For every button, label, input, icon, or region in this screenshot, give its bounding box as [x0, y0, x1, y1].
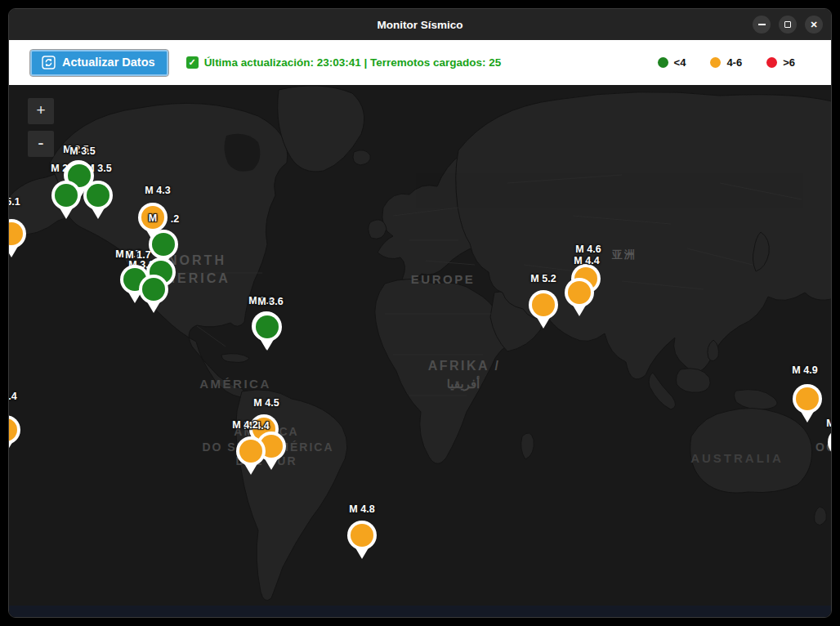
- earthquake-marker[interactable]: [252, 312, 282, 351]
- app-window: Monitor Sísmico ✕ Actualizar Datos ✓ Últ…: [8, 8, 832, 618]
- earthquake-marker[interactable]: [828, 427, 831, 467]
- window-controls: ✕: [753, 9, 823, 40]
- map-region-label: AUSTRALIA: [690, 451, 784, 465]
- magnitude-dot-icon: [239, 440, 262, 463]
- legend-item: <4: [658, 56, 686, 69]
- magnitude-dot-icon: [152, 233, 175, 256]
- minimize-icon: [758, 24, 766, 25]
- map-region-label: أفريقيا: [447, 377, 480, 391]
- magnitude-label-fragment: M: [149, 212, 157, 224]
- magnitude-dot-icon: [532, 293, 555, 316]
- refresh-icon: [42, 56, 56, 69]
- earthquake-marker[interactable]: [236, 436, 266, 476]
- legend-label: <4: [674, 56, 686, 69]
- magnitude-label: M 4.6: [575, 244, 601, 255]
- map-region-label: EUROPE: [411, 272, 475, 286]
- earthquake-marker[interactable]: [529, 290, 558, 329]
- magnitude-dot-icon: [568, 281, 591, 304]
- magnitude-dot-icon: [351, 524, 373, 547]
- status-text: Última actualización: 23:03:41 | Terremo…: [204, 56, 502, 69]
- titlebar: Monitor Sísmico ✕: [9, 9, 831, 40]
- maximize-button[interactable]: [779, 16, 797, 34]
- zoom-in-button[interactable]: +: [28, 98, 54, 124]
- magnitude-dot-icon: [55, 184, 78, 207]
- earthquake-marker[interactable]: [565, 278, 594, 317]
- magnitude-legend: <44-6>6: [658, 56, 795, 69]
- status-bar: ✓ Última actualización: 23:03:41 | Terre…: [186, 56, 502, 69]
- antarctica-band: [9, 606, 831, 617]
- magnitude-dot-icon: [142, 278, 165, 301]
- legend-dot-icon: [658, 57, 668, 68]
- magnitude-label: M 4.9: [792, 364, 817, 376]
- earthquake-marker[interactable]: [9, 415, 20, 454]
- legend-dot-icon: [766, 57, 777, 68]
- window-title: Monitor Sísmico: [377, 19, 462, 31]
- refresh-data-button[interactable]: Actualizar Datos: [30, 50, 168, 76]
- magnitude-label: M 4.4: [574, 255, 599, 266]
- earthquake-marker[interactable]: [83, 181, 113, 220]
- magnitude-dot-icon: [796, 387, 819, 410]
- legend-label: 4-6: [726, 56, 742, 69]
- world-map: [9, 85, 831, 617]
- magnitude-label-fragment: .2: [171, 213, 179, 225]
- zoom-out-button[interactable]: -: [28, 131, 54, 157]
- magnitude-dot-icon: [256, 315, 279, 338]
- magnitude-dot-icon: [87, 184, 109, 207]
- map-canvas[interactable]: + - NORTHAMERICAAMÉRICAEUROPEAFRIKA /أفر…: [9, 85, 831, 617]
- magnitude-label: M 3.6: [257, 296, 283, 307]
- earthquake-marker[interactable]: [51, 181, 81, 220]
- check-icon: ✓: [186, 56, 199, 69]
- earthquake-marker[interactable]: [347, 521, 377, 560]
- map-region-label: AMÉRICA: [199, 377, 271, 391]
- magnitude-label: M 4.8: [349, 503, 374, 515]
- close-button[interactable]: ✕: [805, 16, 823, 34]
- magnitude-label: M 5.2: [530, 273, 556, 284]
- maximize-icon: [784, 21, 791, 28]
- legend-item: >6: [766, 56, 795, 69]
- earthquake-marker[interactable]: [9, 219, 26, 258]
- legend-dot-icon: [710, 57, 721, 68]
- map-region-label: 亚洲: [612, 248, 637, 262]
- magnitude-label: M 3.5: [69, 145, 95, 157]
- magnitude-label: M 4.5: [253, 397, 279, 409]
- minimize-button[interactable]: [753, 16, 771, 34]
- magnitude-label: M 4.3: [145, 185, 170, 196]
- map-region-label: AFRIKA /: [428, 359, 501, 373]
- refresh-button-label: Actualizar Datos: [62, 56, 155, 69]
- toolbar: Actualizar Datos ✓ Última actualización:…: [9, 40, 831, 85]
- magnitude-label: M 4.2: [232, 419, 257, 431]
- close-icon: ✕: [810, 20, 817, 29]
- magnitude-label: M 5.1: [9, 196, 20, 208]
- legend-item: 4-6: [710, 56, 742, 69]
- earthquake-marker[interactable]: [793, 384, 822, 423]
- earthquake-marker[interactable]: [139, 275, 168, 314]
- magnitude-label: M 5.4: [9, 391, 17, 402]
- legend-label: >6: [783, 56, 795, 69]
